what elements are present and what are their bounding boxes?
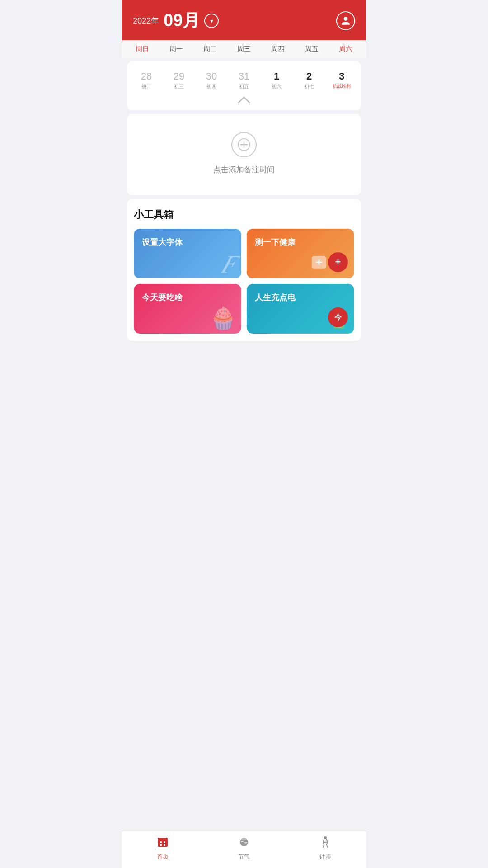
tool-card-health[interactable]: 测一下健康 + xyxy=(247,229,354,278)
month-dropdown-button[interactable]: ▾ xyxy=(204,14,219,28)
weekday-header: 周日 周一 周二 周三 周四 周五 周六 xyxy=(122,40,366,58)
app-header: 2022年 09月 ▾ xyxy=(122,0,366,40)
calendar-card: 28 初二 29 初三 30 初四 31 初五 1 初六 2 初七 3 抗战胜利 xyxy=(127,61,361,110)
calendar-day-29[interactable]: 29 初三 xyxy=(163,68,195,93)
calendar-day-31[interactable]: 31 初五 xyxy=(228,68,260,93)
avatar-button[interactable] xyxy=(336,11,355,30)
toolbox-title: 小工具箱 xyxy=(134,208,354,222)
add-note-card[interactable]: 点击添加备注时间 xyxy=(127,114,361,195)
add-note-button[interactable] xyxy=(231,132,257,157)
tool-energy-label: 人生充点电 xyxy=(255,292,296,303)
calendar-day-30[interactable]: 30 初四 xyxy=(195,68,228,93)
muffin-icon: 🧁 xyxy=(210,306,237,331)
weekday-wed: 周三 xyxy=(227,45,261,53)
calendar-day-1[interactable]: 1 初六 xyxy=(260,68,293,93)
font-icon: 𝐹 xyxy=(221,251,236,277)
tool-card-font[interactable]: 设置大字体 𝐹 xyxy=(134,229,241,278)
weekday-fri: 周五 xyxy=(295,45,328,53)
header-month: 09月 xyxy=(164,9,200,32)
weekday-sun: 周日 xyxy=(126,45,160,53)
calendar-collapse-button[interactable] xyxy=(130,95,358,106)
weekday-thu: 周四 xyxy=(261,45,295,53)
toolbox-section: 小工具箱 设置大字体 𝐹 测一下健康 + 今天要吃啥 🧁 xyxy=(127,199,361,341)
tool-card-food[interactable]: 今天要吃啥 🧁 xyxy=(134,284,241,334)
header-date: 2022年 09月 ▾ xyxy=(133,9,219,32)
toolbox-grid: 设置大字体 𝐹 测一下健康 + 今天要吃啥 🧁 人生充点电 🔋 今 xyxy=(134,229,354,334)
calendar-day-28[interactable]: 28 初二 xyxy=(130,68,163,93)
header-year: 2022年 xyxy=(133,15,159,26)
health-add-badge: + xyxy=(328,252,348,272)
today-badge: 今 xyxy=(328,307,348,327)
calendar-week-row: 28 初二 29 初三 30 初四 31 初五 1 初六 2 初七 3 抗战胜利 xyxy=(130,68,358,93)
weekday-sat: 周六 xyxy=(328,45,362,53)
calendar-day-2[interactable]: 2 初七 xyxy=(293,68,325,93)
tool-food-label: 今天要吃啥 xyxy=(142,292,183,303)
weekday-tue: 周二 xyxy=(193,45,227,53)
tool-font-label: 设置大字体 xyxy=(142,237,183,248)
calendar-day-3[interactable]: 3 抗战胜利 xyxy=(325,68,358,93)
tool-health-label: 测一下健康 xyxy=(255,237,296,248)
weekday-mon: 周一 xyxy=(160,45,193,53)
add-note-label: 点击添加备注时间 xyxy=(213,165,275,175)
tool-card-energy[interactable]: 人生充点电 🔋 今 xyxy=(247,284,354,334)
